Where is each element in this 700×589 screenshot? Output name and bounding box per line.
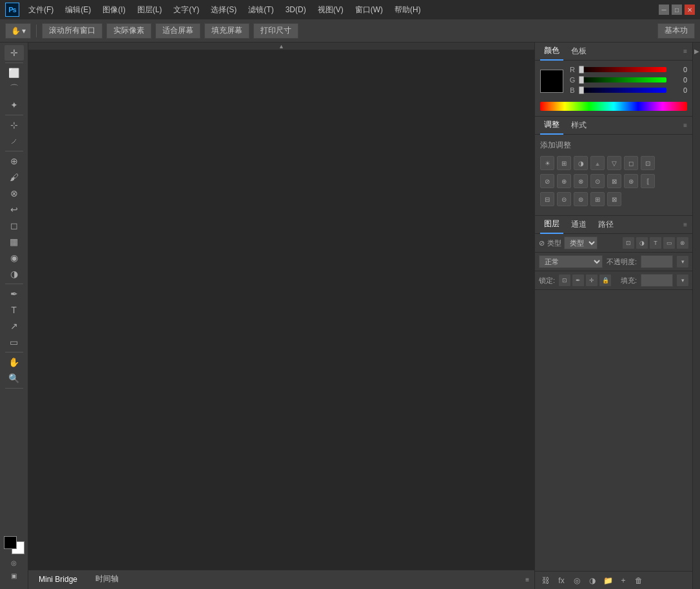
red-slider-thumb[interactable]: [579, 66, 584, 73]
top-collapse-strip[interactable]: ▲: [28, 43, 534, 50]
tool-gradient[interactable]: ▦: [5, 234, 24, 249]
timeline-tab[interactable]: 时间轴: [90, 572, 124, 587]
tool-move[interactable]: ✛: [5, 45, 24, 61]
essentials-button[interactable]: 基本功: [657, 23, 695, 39]
layer-type-filter-btn[interactable]: T: [650, 237, 661, 249]
menu-item-帮助H[interactable]: 帮助(H): [389, 3, 426, 17]
layer-new-btn[interactable]: +: [617, 575, 629, 586]
opacity-menu-btn[interactable]: ▾: [677, 256, 688, 267]
adj-vibrance-icon[interactable]: ▽: [607, 156, 621, 170]
menu-item-窗口W[interactable]: 窗口(W): [350, 3, 388, 17]
layer-shape-filter-btn[interactable]: ▭: [663, 237, 675, 249]
quick-mask-icon[interactable]: ◎: [5, 557, 23, 568]
layer-adj-btn[interactable]: ◑: [587, 575, 598, 586]
swatches-tab[interactable]: 色板: [567, 43, 590, 61]
adjustment-tab[interactable]: 调整: [540, 117, 563, 135]
blend-mode-dropdown[interactable]: 正常: [539, 255, 603, 268]
adj-extra3-icon[interactable]: ⊠: [607, 192, 621, 206]
layer-delete-btn[interactable]: 🗑: [633, 575, 645, 586]
adj-bw-icon[interactable]: ⊘: [540, 174, 554, 188]
menu-item-图层L[interactable]: 图层(L): [132, 3, 168, 17]
adj-threshold-icon[interactable]: ⟦: [641, 174, 655, 188]
layer-group-btn[interactable]: 📁: [602, 575, 614, 586]
paths-tab[interactable]: 路径: [594, 216, 617, 234]
adj-curves-icon[interactable]: ◑: [574, 156, 588, 170]
filter-dropdown[interactable]: 类型: [564, 237, 598, 249]
tool-rect-shape[interactable]: ▭: [5, 334, 24, 350]
layers-tab[interactable]: 图层: [540, 216, 563, 234]
adj-brightness-icon[interactable]: ☀: [540, 156, 554, 170]
layer-link-btn[interactable]: ⛓: [540, 575, 552, 586]
menu-item-文件F[interactable]: 文件(F): [23, 3, 59, 17]
tool-text[interactable]: T: [5, 302, 24, 318]
adj-channelmix-icon[interactable]: ⊗: [574, 174, 588, 188]
menu-item-编辑E[interactable]: 编辑(E): [60, 3, 96, 17]
color-preview-swatch[interactable]: [540, 70, 563, 93]
actual-pixels-button[interactable]: 实际像素: [106, 23, 151, 39]
adj-photofilter-icon[interactable]: ⊕: [557, 174, 571, 188]
adj-selective-color-icon[interactable]: ⊝: [557, 192, 571, 206]
fill-input[interactable]: [641, 274, 673, 287]
tool-blur[interactable]: ◉: [5, 250, 24, 266]
tool-dodge[interactable]: ◑: [5, 266, 24, 282]
screen-mode-icon[interactable]: ▣: [5, 570, 23, 581]
close-button[interactable]: ✕: [685, 5, 695, 15]
tool-lasso[interactable]: ⌒: [5, 81, 24, 97]
adj-extra2-icon[interactable]: ⊞: [590, 192, 605, 206]
adj-exposure-icon[interactable]: ⟁: [590, 156, 605, 170]
adj-levels-icon[interactable]: ⊞: [557, 156, 571, 170]
blue-slider-thumb[interactable]: [579, 86, 584, 94]
lock-brush-btn[interactable]: ✒: [572, 275, 584, 286]
menu-item-3DD[interactable]: 3D(D): [280, 4, 311, 15]
opacity-input[interactable]: [641, 255, 673, 268]
blue-slider-track[interactable]: [579, 88, 666, 93]
lock-all-btn[interactable]: 🔒: [599, 275, 611, 286]
layer-smart-filter-btn[interactable]: ⊗: [677, 237, 688, 249]
scroll-all-windows-button[interactable]: 滚动所有窗口: [42, 23, 102, 39]
menu-item-文字Y[interactable]: 文字(Y): [168, 3, 204, 17]
tool-hand[interactable]: ✋: [5, 354, 24, 370]
layer-adj-filter-btn[interactable]: ◑: [636, 237, 648, 249]
tool-stamp[interactable]: ⊗: [5, 186, 24, 201]
tool-brush[interactable]: 🖌: [5, 169, 24, 185]
lock-move-btn[interactable]: ✛: [586, 275, 598, 286]
color-spectrum-bar[interactable]: [540, 102, 687, 111]
tool-quick-select[interactable]: ✦: [5, 97, 24, 113]
adj-colorbalance-icon[interactable]: ⊡: [641, 156, 655, 170]
menu-item-图像I[interactable]: 图像(I): [97, 3, 130, 17]
tool-crop[interactable]: ⊹: [5, 117, 24, 133]
fill-menu-btn[interactable]: ▾: [677, 275, 688, 286]
layers-panel-menu[interactable]: ≡: [683, 221, 687, 228]
mini-bridge-tab[interactable]: Mini Bridge: [34, 574, 83, 586]
fit-screen-button[interactable]: 适合屏幕: [155, 23, 200, 39]
maximize-button[interactable]: □: [672, 5, 682, 15]
menu-item-视图V[interactable]: 视图(V): [313, 3, 349, 17]
tool-heal[interactable]: ⊕: [5, 153, 24, 169]
color-panel-menu[interactable]: ≡: [683, 48, 687, 55]
adj-posterize-icon[interactable]: ⊛: [624, 174, 638, 188]
foreground-color-swatch[interactable]: [4, 536, 17, 549]
fill-screen-button[interactable]: 填充屏幕: [204, 23, 249, 39]
right-collapse-strip[interactable]: ▶: [692, 43, 700, 589]
channels-tab[interactable]: 通道: [567, 216, 590, 234]
bottom-panel-collapse-btn[interactable]: ≡: [525, 576, 529, 583]
tool-rect-select[interactable]: ⬜: [5, 65, 24, 81]
adjustment-panel-menu[interactable]: ≡: [683, 122, 687, 129]
layer-mask-btn[interactable]: ◎: [571, 575, 583, 586]
tool-eyedropper[interactable]: ⟋: [5, 133, 24, 149]
color-tab[interactable]: 颜色: [540, 43, 563, 61]
tool-zoom[interactable]: 🔍: [5, 371, 24, 386]
foreground-background-color[interactable]: [4, 536, 24, 554]
adj-extra1-icon[interactable]: ⊜: [574, 192, 588, 206]
adj-invert-icon[interactable]: ⊠: [607, 174, 621, 188]
layer-style-btn[interactable]: fx: [556, 575, 567, 586]
minimize-button[interactable]: ─: [659, 5, 669, 15]
lock-transparent-btn[interactable]: ⊡: [559, 275, 570, 286]
tool-path-select[interactable]: ↗: [5, 318, 24, 334]
adj-hsl-icon[interactable]: ◻: [624, 156, 638, 170]
tool-eraser[interactable]: ◻: [5, 218, 24, 233]
red-slider-track[interactable]: [579, 67, 666, 72]
adj-gradient-map-icon[interactable]: ⊟: [540, 192, 554, 206]
menu-item-滤镜T[interactable]: 滤镜(T): [243, 3, 278, 17]
menu-item-选择S[interactable]: 选择(S): [206, 3, 242, 17]
